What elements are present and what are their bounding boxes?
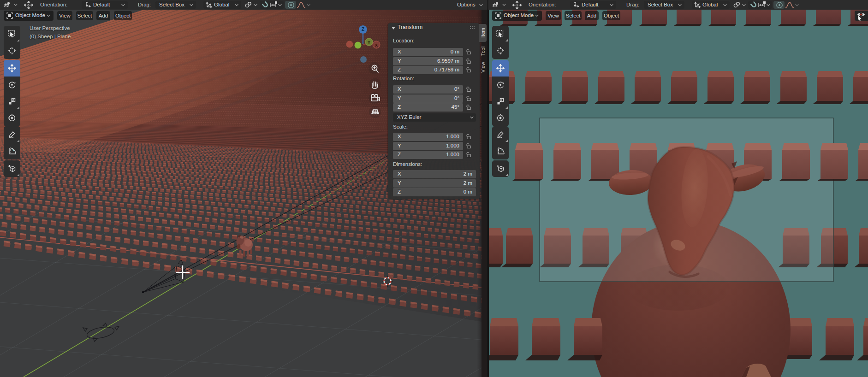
svg-text:Y: Y	[368, 40, 370, 45]
svg-text:Z: Z	[362, 27, 364, 32]
svg-text:X: X	[375, 43, 378, 47]
